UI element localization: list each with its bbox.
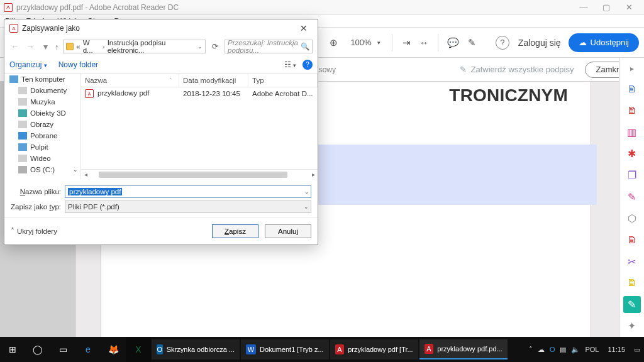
view-mode-icon[interactable]: ☷ ▾ — [284, 60, 296, 69]
dialog-footer: ˄ Ukryj foldery Zapisz Anuluj — [4, 217, 318, 244]
tree-node-label: Dokumenty — [30, 87, 67, 94]
tree-node[interactable]: Muzyka — [4, 96, 80, 107]
col-date[interactable]: Data modyfikacji — [179, 74, 248, 87]
edge-icon[interactable]: e — [75, 337, 101, 362]
dialog-help-icon[interactable]: ? — [303, 60, 313, 70]
tray-lang[interactable]: POL — [585, 346, 599, 353]
dialog-close-icon[interactable]: ✕ — [295, 23, 313, 33]
filename-dropdown-icon[interactable]: ⌄ — [304, 189, 309, 195]
tray-chevron-icon[interactable]: ˄ — [529, 346, 533, 354]
folder-tree[interactable]: Ten komputerDokumentyMuzykaObiekty 3DObr… — [4, 74, 81, 179]
scroll-right-icon[interactable]: ▸ — [309, 171, 318, 178]
taskbar-task[interactable]: OSkrzynka odbiorcza ... — [152, 339, 240, 359]
search-taskbar-icon[interactable]: ◯ — [25, 337, 50, 362]
save-button[interactable]: Zapisz — [212, 224, 258, 238]
crumb-segment[interactable]: W d... — [83, 39, 100, 54]
file-date-cell: 2018-12-23 10:45 — [179, 90, 248, 97]
tree-node[interactable]: Ten komputer — [4, 74, 80, 85]
tree-node-icon — [18, 121, 27, 128]
tree-node-label: OS (C:) — [30, 166, 55, 173]
tray-network-icon[interactable]: ▤ — [560, 346, 566, 354]
nav-back-icon[interactable]: ← — [9, 41, 21, 52]
crumb-dropdown-icon[interactable]: ⌄ — [197, 43, 203, 50]
scroll-left-icon[interactable]: ◂ — [81, 171, 90, 178]
tree-node-icon — [18, 87, 27, 94]
tray-volume-icon[interactable]: 🔈 — [571, 346, 580, 354]
col-type[interactable]: Typ — [248, 74, 318, 87]
folder-icon — [66, 43, 74, 50]
crumb-segment[interactable]: Instruckja podpisu elektronic... — [108, 39, 195, 54]
tree-dropdown-icon[interactable]: ⌄ — [73, 167, 80, 173]
new-folder-button[interactable]: Nowy folder — [58, 60, 98, 69]
firefox-icon[interactable]: 🦊 — [101, 337, 126, 362]
file-row[interactable]: Aprzykladowy pdf2018-12-23 10:45Adobe Ac… — [81, 87, 318, 100]
tray-notifications-icon[interactable]: ▭ — [634, 346, 640, 354]
filetype-select[interactable]: Pliki PDF (*.pdf) ⌄ — [65, 200, 311, 213]
nav-up-icon[interactable]: ↑ — [55, 42, 59, 52]
tray-outlook-icon[interactable]: O — [550, 346, 555, 353]
filename-value: przykladowy pdf — [68, 188, 122, 195]
task-view-icon[interactable]: ▭ — [50, 337, 75, 362]
filetype-value: Pliki PDF (*.pdf) — [68, 203, 119, 211]
breadcrumb[interactable]: « W d... › Instruckja podpisu elektronic… — [63, 40, 206, 53]
dialog-app-icon: A — [9, 24, 18, 33]
tree-node[interactable]: Dokumenty — [4, 85, 80, 96]
chevron-right-icon: › — [103, 43, 105, 50]
excel-icon[interactable]: X — [126, 337, 151, 362]
pdf-file-icon: A — [85, 89, 94, 98]
tree-node-icon — [18, 143, 27, 151]
organize-menu[interactable]: Organizuj ▾ — [9, 60, 47, 69]
list-header: Nazwa ˄ Data modyfikacji Typ — [81, 74, 318, 87]
filename-input[interactable]: przykladowy pdf ⌄ — [65, 185, 311, 198]
taskbar-task[interactable]: Aprzykladowy pdf.pd... — [419, 339, 508, 359]
system-tray[interactable]: ˄ ☁ O ▤ 🔈 POL 11:15 ▭ — [525, 346, 644, 354]
tree-node-icon — [18, 98, 27, 106]
taskbar-task[interactable]: Aprzykladowy pdf [Tr... — [330, 339, 418, 359]
filetype-label: Zapisz jako typ: — [11, 203, 65, 211]
tree-node-icon — [18, 166, 27, 173]
filename-label: Nazwa pliku: — [11, 188, 65, 195]
search-placeholder: Przeszukaj: Instruckja podpisu... — [228, 39, 298, 54]
sort-indicator-icon[interactable]: ˄ — [169, 77, 175, 84]
file-rows[interactable]: Aprzykladowy pdf2018-12-23 10:45Adobe Ac… — [81, 87, 318, 169]
cancel-button[interactable]: Anuluj — [265, 224, 311, 238]
search-input[interactable]: Przeszukaj: Instruckja podpisu... 🔍 — [225, 40, 313, 53]
task-label: przykladowy pdf [Tr... — [348, 346, 413, 353]
taskbar-task[interactable]: WDokument1 [Tryb z... — [241, 339, 329, 359]
tree-node[interactable]: Pulpit — [4, 141, 80, 153]
scrollbar-thumb[interactable] — [99, 172, 287, 178]
tree-node[interactable]: Obrazy — [4, 119, 80, 130]
dialog-title: Zapisywanie jako — [22, 24, 80, 33]
modal-backdrop: A Zapisywanie jako ✕ ← → ▾ ↑ « W d... › … — [0, 0, 644, 362]
horizontal-scrollbar[interactable]: ◂ ▸ — [81, 169, 318, 179]
file-type-cell: Adobe Acrobat D... — [248, 90, 318, 97]
task-label: Skrzynka odbiorcza ... — [167, 346, 235, 353]
chevron-up-icon: ˄ — [11, 227, 14, 236]
search-icon: 🔍 — [301, 42, 309, 51]
nav-history-icon[interactable]: ▾ — [40, 41, 51, 52]
tray-clock[interactable]: 11:15 — [604, 346, 629, 353]
tree-node-icon — [18, 132, 27, 140]
refresh-icon[interactable]: ⟳ — [209, 42, 221, 51]
start-button[interactable]: ⊞ — [0, 337, 25, 362]
file-list: Nazwa ˄ Data modyfikacji Typ Aprzykladow… — [81, 74, 318, 179]
tree-node-label: Wideo — [30, 155, 51, 162]
tree-node-label: Pobrane — [30, 132, 57, 140]
nav-forward-icon[interactable]: → — [25, 41, 36, 52]
tree-node[interactable]: Obiekty 3D — [4, 107, 80, 119]
task-app-icon: A — [335, 344, 344, 354]
tree-node-icon — [18, 109, 27, 117]
tray-onedrive-icon[interactable]: ☁ — [538, 346, 545, 354]
task-app-icon: W — [246, 344, 256, 354]
tree-node[interactable]: Pobrane — [4, 130, 80, 141]
tree-node[interactable]: OS (C:) ⌄ — [4, 164, 80, 175]
tree-node[interactable]: Wideo — [4, 153, 80, 164]
tray-time: 11:15 — [608, 346, 625, 353]
crumb-prefix: « — [76, 43, 80, 50]
tree-node-label: Obiekty 3D — [30, 109, 66, 117]
filetype-dropdown-icon[interactable]: ⌄ — [304, 204, 309, 210]
tree-node-label: Ten komputer — [21, 75, 65, 83]
col-name[interactable]: Nazwa — [85, 77, 107, 84]
task-label: Dokument1 [Tryb z... — [260, 346, 324, 353]
hide-folders-toggle[interactable]: ˄ Ukryj foldery — [11, 227, 57, 236]
